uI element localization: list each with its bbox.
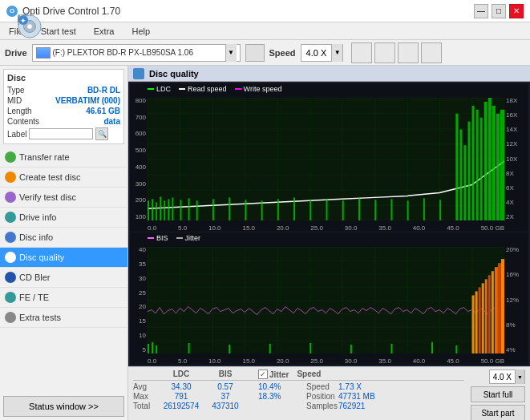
nav-disc-info-label: Disc info (19, 232, 53, 242)
nav-fe-te-icon (5, 292, 16, 303)
svg-rect-51 (480, 118, 483, 220)
toolbar-refresh-button[interactable] (351, 42, 372, 63)
top-chart-x-axis: 0.0 5.0 10.0 15.0 20.0 25.0 30.0 35.0 40… (148, 224, 504, 232)
disc-length-row: Length 46.61 GB (7, 107, 120, 115)
svg-rect-37 (326, 199, 328, 220)
legend-bis: BIS (148, 234, 168, 242)
bottom-chart-legend: BIS Jitter (148, 234, 200, 242)
menu-bar: File Start test Extra Help (0, 22, 530, 40)
legend-write-label: Write speed (244, 85, 282, 93)
svg-rect-26 (172, 197, 173, 220)
drive-select[interactable]: (F:) PLEXTOR BD-R PX-LB950SA 1.06 ▼ (32, 44, 241, 62)
window-controls: — □ ✕ (474, 4, 524, 18)
drive-dropdown-arrow[interactable]: ▼ (225, 44, 237, 62)
speed-select[interactable]: 4.0 X ▼ (301, 44, 344, 62)
svg-rect-50 (476, 110, 479, 220)
nav-create-test-disc[interactable]: Create test disc (0, 168, 127, 188)
legend-jitter-dot (176, 237, 183, 239)
svg-rect-41 (390, 199, 392, 220)
disc-contents-value: data (103, 117, 120, 126)
drive-select-text: (F:) PLEXTOR BD-R PX-LB950SA 1.06 (53, 48, 223, 57)
nav-disc-quality-label: Disc quality (19, 252, 64, 262)
svg-rect-61 (156, 345, 157, 353)
svg-rect-77 (495, 267, 498, 353)
nav-disc-info[interactable]: Disc info (0, 228, 127, 248)
menu-start-test[interactable]: Start test (38, 26, 79, 37)
svg-rect-24 (164, 200, 165, 220)
svg-rect-29 (196, 200, 198, 220)
legend-read-label: Read speed (188, 85, 227, 93)
drive-icon (36, 47, 51, 59)
svg-rect-23 (160, 196, 161, 220)
speed-select-control[interactable]: 4.0 X ▼ (489, 370, 525, 384)
nav-cd-bler[interactable]: CD Bler (0, 268, 127, 288)
nav-extra-tests-icon (5, 312, 16, 323)
disc-type-label: Type (7, 86, 25, 95)
svg-rect-60 (152, 342, 153, 353)
samples-label: Samples (306, 402, 338, 410)
nav-extra-tests[interactable]: Extra tests (0, 308, 127, 328)
toolbar-save-button[interactable] (421, 42, 442, 63)
nav-cd-bler-label: CD Bler (19, 273, 51, 282)
disc-label-search-button[interactable]: 🔍 (95, 127, 108, 140)
legend-ldc: LDC (148, 85, 171, 93)
close-button[interactable]: ✕ (509, 4, 524, 18)
svg-text:✦: ✦ (20, 17, 26, 25)
menu-extra[interactable]: Extra (91, 26, 117, 37)
minimize-button[interactable]: — (474, 4, 488, 18)
bottom-chart-x-axis: 0.0 5.0 10.0 15.0 20.0 25.0 30.0 35.0 40… (148, 357, 504, 365)
bottom-chart-canvas: BIS Jitter 40 35 30 25 (130, 232, 528, 365)
samples-value: 762921 (338, 402, 365, 410)
total-label: Total (133, 402, 157, 410)
top-chart-svg (148, 98, 504, 220)
position-label: Position (306, 392, 338, 401)
disc-quality-header: ✦ Disc quality (128, 66, 530, 82)
maximize-button[interactable]: □ (492, 4, 506, 18)
start-full-button[interactable]: Start full (471, 386, 525, 402)
bis-max: 37 (205, 392, 245, 401)
eject-button[interactable] (245, 44, 265, 62)
bis-total: 437310 (205, 402, 245, 410)
ldc-header: LDC (157, 370, 205, 379)
toolbar-disc2-button[interactable] (398, 42, 419, 63)
legend-write: Write speed (235, 85, 282, 93)
bottom-chart-y-right: 20% 16% 12% 8% 4% (504, 247, 528, 353)
speed-dropdown-arrow[interactable]: ▼ (331, 44, 342, 62)
nav-disc-info-icon (5, 232, 16, 243)
toolbar-disc-button[interactable] (374, 42, 395, 63)
speed-select-arrow[interactable]: ▼ (515, 370, 524, 384)
svg-rect-32 (245, 200, 246, 220)
nav-fe-te[interactable]: FE / TE (0, 288, 127, 308)
nav-drive-info[interactable]: Drive info (0, 208, 127, 228)
svg-rect-66 (350, 345, 352, 353)
nav-transfer-rate[interactable]: Transfer rate (0, 147, 127, 168)
start-part-button[interactable]: Start part (471, 405, 525, 420)
disc-title: Disc (7, 73, 26, 83)
svg-rect-47 (463, 145, 466, 220)
toolbar-icons (351, 42, 442, 63)
svg-rect-46 (459, 129, 462, 220)
disc-label-input[interactable] (29, 128, 93, 139)
total-row: Total 26192574 437310 Samples 762921 (133, 402, 464, 410)
status-window-button[interactable]: Status window >> (3, 396, 124, 417)
menu-help[interactable]: Help (129, 26, 152, 37)
avg-row: Avg 34.30 0.57 10.4% Speed 1.73 X (133, 382, 464, 391)
svg-rect-62 (188, 343, 190, 353)
svg-rect-44 (439, 200, 441, 220)
nav-disc-quality[interactable]: Disc quality (0, 248, 127, 268)
svg-rect-45 (455, 114, 458, 220)
disc-header: Disc (7, 73, 120, 83)
jitter-checkbox[interactable]: ✓ (258, 370, 268, 379)
charts-container: LDC Read speed Write speed (128, 82, 530, 366)
nav-extra-tests-label: Extra tests (19, 313, 61, 322)
nav-verify-test-disc[interactable]: Verify test disc (0, 188, 127, 208)
jitter-label: Jitter (269, 370, 289, 379)
svg-rect-71 (475, 291, 478, 353)
jitter-avg: 10.4% (258, 382, 306, 391)
jitter-max: 18.3% (258, 392, 306, 401)
legend-read: Read speed (179, 85, 227, 93)
legend-jitter-label: Jitter (185, 234, 201, 242)
avg-label: Avg (133, 382, 157, 391)
svg-rect-22 (156, 202, 157, 220)
bottom-chart-svg (148, 247, 504, 353)
